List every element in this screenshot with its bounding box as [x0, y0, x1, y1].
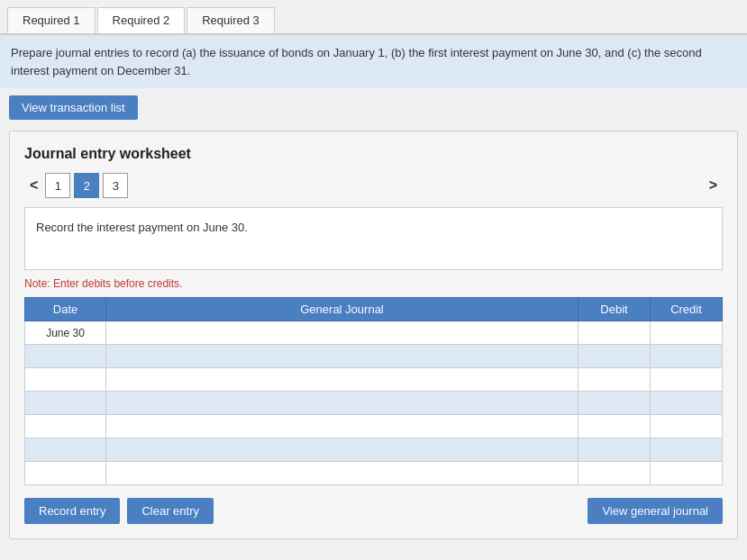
credit-cell-7[interactable]	[651, 462, 723, 485]
date-cell-7	[25, 462, 106, 485]
credit-cell-4[interactable]	[651, 392, 723, 415]
journal-cell-7[interactable]	[106, 462, 578, 485]
credit-input-6[interactable]	[651, 438, 722, 461]
bottom-navigation: < Required 1 Required 3 >	[0, 548, 747, 560]
debit-input-4[interactable]	[578, 392, 650, 414]
col-header-date: Date	[25, 298, 106, 321]
tab-required2[interactable]: Required 2	[97, 7, 186, 33]
journal-input-2[interactable]	[106, 345, 578, 367]
table-row: June 30	[25, 321, 723, 345]
debit-input-5[interactable]	[578, 415, 650, 438]
col-header-journal: General Journal	[106, 298, 578, 321]
description-box: Record the interest payment on June 30.	[24, 207, 723, 270]
table-row	[25, 368, 723, 392]
journal-cell-2[interactable]	[106, 345, 578, 368]
credit-input-2[interactable]	[651, 345, 722, 367]
nav-next-arrow[interactable]: >	[704, 176, 723, 195]
journal-input-5[interactable]	[106, 415, 578, 438]
table-row	[25, 462, 723, 485]
bottom-buttons: Record entry Clear entry View general jo…	[24, 498, 723, 524]
credit-cell-6[interactable]	[651, 438, 723, 462]
top-tabs: Required 1 Required 2 Required 3	[0, 0, 747, 34]
journal-input-6[interactable]	[106, 438, 578, 461]
debit-input-7[interactable]	[578, 462, 650, 484]
credit-input-5[interactable]	[651, 415, 722, 438]
date-cell-4	[25, 392, 106, 415]
view-general-journal-button[interactable]: View general journal	[588, 498, 723, 524]
credit-cell-3[interactable]	[651, 368, 723, 392]
debit-cell-2[interactable]	[578, 345, 651, 368]
debit-cell-6[interactable]	[578, 438, 651, 462]
credit-input-3[interactable]	[651, 368, 722, 391]
journal-table: Date General Journal Debit Credit June 3…	[24, 297, 723, 485]
credit-cell-2[interactable]	[651, 345, 723, 368]
table-row	[25, 438, 723, 462]
journal-input-3[interactable]	[106, 368, 578, 391]
table-row	[25, 415, 723, 438]
nav-step-3[interactable]: 3	[103, 173, 128, 198]
col-header-debit: Debit	[578, 298, 651, 321]
nav-step-1[interactable]: 1	[45, 173, 70, 198]
credit-input-1[interactable]	[651, 321, 722, 344]
debit-input-3[interactable]	[578, 368, 650, 391]
journal-input-1[interactable]	[106, 321, 578, 344]
record-entry-button[interactable]: Record entry	[24, 498, 120, 524]
tab-required1[interactable]: Required 1	[7, 7, 96, 33]
table-row	[25, 345, 723, 368]
debit-cell-5[interactable]	[578, 415, 651, 438]
clear-entry-button[interactable]: Clear entry	[127, 498, 214, 524]
credit-input-7[interactable]	[651, 462, 722, 484]
journal-cell-1[interactable]	[106, 321, 578, 345]
worksheet-title: Journal entry worksheet	[24, 146, 723, 162]
journal-input-7[interactable]	[106, 462, 578, 484]
date-cell-2	[25, 345, 106, 368]
journal-cell-5[interactable]	[106, 415, 578, 438]
journal-cell-3[interactable]	[106, 368, 578, 392]
credit-cell-1[interactable]	[651, 321, 723, 345]
date-cell-3	[25, 368, 106, 392]
info-banner: Prepare journal entries to record (a) th…	[0, 34, 747, 88]
tab-required3[interactable]: Required 3	[187, 7, 275, 33]
nav-row: < 1 2 3 >	[24, 173, 723, 198]
nav-step-2[interactable]: 2	[74, 173, 99, 198]
note-text: Note: Enter debits before credits.	[24, 277, 723, 290]
journal-input-4[interactable]	[106, 392, 578, 414]
date-cell-1: June 30	[25, 321, 106, 345]
nav-prev-arrow[interactable]: <	[24, 176, 43, 195]
table-row	[25, 392, 723, 415]
journal-cell-4[interactable]	[106, 392, 578, 415]
col-header-credit: Credit	[651, 298, 723, 321]
credit-input-4[interactable]	[651, 392, 722, 414]
debit-cell-4[interactable]	[578, 392, 651, 415]
journal-cell-6[interactable]	[106, 438, 578, 462]
view-transaction-button[interactable]: View transaction list	[9, 95, 138, 120]
date-cell-6	[25, 438, 106, 462]
debit-cell-7[interactable]	[578, 462, 651, 485]
debit-input-2[interactable]	[578, 345, 650, 367]
debit-cell-3[interactable]	[578, 368, 651, 392]
worksheet-card: Journal entry worksheet < 1 2 3 > Record…	[9, 131, 738, 539]
date-cell-5	[25, 415, 106, 438]
credit-cell-5[interactable]	[651, 415, 723, 438]
debit-input-6[interactable]	[578, 438, 650, 461]
debit-cell-1[interactable]	[578, 321, 651, 345]
debit-input-1[interactable]	[578, 321, 650, 344]
